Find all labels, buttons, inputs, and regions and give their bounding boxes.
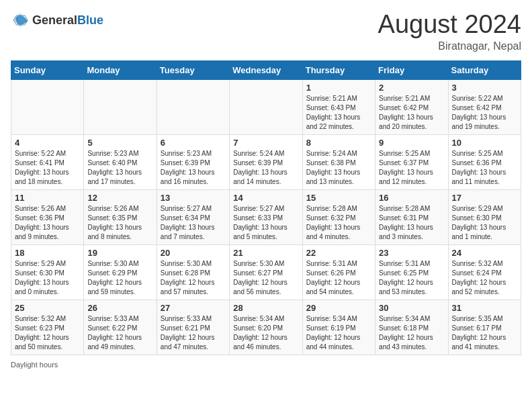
day-number: 12 <box>87 193 152 203</box>
day-info: Sunrise: 5:24 AM Sunset: 6:38 PM Dayligh… <box>306 149 371 187</box>
day-number: 8 <box>306 138 371 148</box>
day-info: Sunrise: 5:25 AM Sunset: 6:37 PM Dayligh… <box>379 149 444 187</box>
calendar-cell: 1Sunrise: 5:21 AM Sunset: 6:43 PM Daylig… <box>302 79 375 134</box>
day-number: 15 <box>306 193 371 203</box>
calendar-weekday-tuesday: Tuesday <box>157 60 229 79</box>
day-number: 11 <box>15 193 80 203</box>
footer: Daylight hours <box>11 361 521 369</box>
calendar-cell: 11Sunrise: 5:26 AM Sunset: 6:36 PM Dayli… <box>11 189 84 244</box>
day-number: 27 <box>161 303 226 313</box>
day-info: Sunrise: 5:29 AM Sunset: 6:30 PM Dayligh… <box>452 204 517 242</box>
calendar-header-row: SundayMondayTuesdayWednesdayThursdayFrid… <box>11 60 521 79</box>
day-info: Sunrise: 5:35 AM Sunset: 6:17 PM Dayligh… <box>452 314 517 352</box>
calendar-weekday-saturday: Saturday <box>448 60 521 79</box>
day-number: 22 <box>306 248 371 258</box>
day-number: 6 <box>161 138 226 148</box>
day-number: 9 <box>379 138 444 148</box>
calendar-cell: 17Sunrise: 5:29 AM Sunset: 6:30 PM Dayli… <box>448 189 521 244</box>
day-info: Sunrise: 5:28 AM Sunset: 6:32 PM Dayligh… <box>306 204 371 242</box>
page-header: GeneralBlue August 2024 Biratnagar, Nepa… <box>11 11 521 52</box>
day-number: 17 <box>452 193 517 203</box>
day-number: 4 <box>15 138 80 148</box>
calendar-cell: 8Sunrise: 5:24 AM Sunset: 6:38 PM Daylig… <box>302 134 375 189</box>
day-info: Sunrise: 5:21 AM Sunset: 6:42 PM Dayligh… <box>379 94 444 132</box>
day-number: 28 <box>233 303 298 313</box>
calendar-table: SundayMondayTuesdayWednesdayThursdayFrid… <box>11 60 521 355</box>
day-number: 29 <box>306 303 371 313</box>
calendar-cell: 16Sunrise: 5:28 AM Sunset: 6:31 PM Dayli… <box>375 189 448 244</box>
calendar-cell: 12Sunrise: 5:26 AM Sunset: 6:35 PM Dayli… <box>84 189 157 244</box>
day-info: Sunrise: 5:34 AM Sunset: 6:19 PM Dayligh… <box>306 314 371 352</box>
calendar-weekday-thursday: Thursday <box>302 60 375 79</box>
day-info: Sunrise: 5:26 AM Sunset: 6:35 PM Dayligh… <box>87 204 152 242</box>
day-info: Sunrise: 5:27 AM Sunset: 6:34 PM Dayligh… <box>161 204 226 242</box>
calendar-weekday-wednesday: Wednesday <box>230 60 302 79</box>
calendar-cell: 26Sunrise: 5:33 AM Sunset: 6:22 PM Dayli… <box>84 300 157 355</box>
calendar-cell: 2Sunrise: 5:21 AM Sunset: 6:42 PM Daylig… <box>375 79 448 134</box>
day-info: Sunrise: 5:24 AM Sunset: 6:39 PM Dayligh… <box>233 149 298 187</box>
day-number: 24 <box>452 248 517 258</box>
day-number: 26 <box>87 303 152 313</box>
day-number: 5 <box>87 138 152 148</box>
calendar-cell: 29Sunrise: 5:34 AM Sunset: 6:19 PM Dayli… <box>302 300 375 355</box>
day-number: 1 <box>306 83 371 93</box>
day-number: 23 <box>379 248 444 258</box>
calendar-cell: 19Sunrise: 5:30 AM Sunset: 6:29 PM Dayli… <box>84 244 157 300</box>
day-number: 30 <box>379 303 444 313</box>
day-info: Sunrise: 5:30 AM Sunset: 6:27 PM Dayligh… <box>233 259 298 297</box>
day-number: 20 <box>161 248 226 258</box>
calendar-cell: 24Sunrise: 5:32 AM Sunset: 6:24 PM Dayli… <box>448 244 521 300</box>
day-info: Sunrise: 5:30 AM Sunset: 6:29 PM Dayligh… <box>87 259 152 297</box>
calendar-weekday-friday: Friday <box>375 60 448 79</box>
logo-text: GeneralBlue <box>32 13 103 28</box>
calendar-cell: 21Sunrise: 5:30 AM Sunset: 6:27 PM Dayli… <box>230 244 302 300</box>
calendar-cell: 22Sunrise: 5:31 AM Sunset: 6:26 PM Dayli… <box>302 244 375 300</box>
calendar-cell: 6Sunrise: 5:23 AM Sunset: 6:39 PM Daylig… <box>157 134 229 189</box>
calendar-weekday-monday: Monday <box>84 60 157 79</box>
day-number: 2 <box>379 83 444 93</box>
calendar-cell <box>84 79 157 134</box>
day-info: Sunrise: 5:33 AM Sunset: 6:21 PM Dayligh… <box>161 314 226 352</box>
calendar-cell <box>230 79 302 134</box>
calendar-cell: 4Sunrise: 5:22 AM Sunset: 6:41 PM Daylig… <box>11 134 84 189</box>
day-info: Sunrise: 5:31 AM Sunset: 6:26 PM Dayligh… <box>306 259 371 297</box>
calendar-cell: 25Sunrise: 5:32 AM Sunset: 6:23 PM Dayli… <box>11 300 84 355</box>
day-info: Sunrise: 5:33 AM Sunset: 6:22 PM Dayligh… <box>87 314 152 352</box>
month-year-title: August 2024 <box>378 11 521 39</box>
calendar-cell: 20Sunrise: 5:30 AM Sunset: 6:28 PM Dayli… <box>157 244 229 300</box>
calendar-week-row: 11Sunrise: 5:26 AM Sunset: 6:36 PM Dayli… <box>11 189 521 244</box>
day-info: Sunrise: 5:22 AM Sunset: 6:41 PM Dayligh… <box>15 149 80 187</box>
day-number: 25 <box>15 303 80 313</box>
day-info: Sunrise: 5:21 AM Sunset: 6:43 PM Dayligh… <box>306 94 371 132</box>
calendar-cell: 10Sunrise: 5:25 AM Sunset: 6:36 PM Dayli… <box>448 134 521 189</box>
calendar-week-row: 18Sunrise: 5:29 AM Sunset: 6:30 PM Dayli… <box>11 244 521 300</box>
day-info: Sunrise: 5:23 AM Sunset: 6:39 PM Dayligh… <box>161 149 226 187</box>
calendar-cell: 23Sunrise: 5:31 AM Sunset: 6:25 PM Dayli… <box>375 244 448 300</box>
day-info: Sunrise: 5:23 AM Sunset: 6:40 PM Dayligh… <box>87 149 152 187</box>
day-number: 14 <box>233 193 298 203</box>
calendar-cell: 5Sunrise: 5:23 AM Sunset: 6:40 PM Daylig… <box>84 134 157 189</box>
calendar-cell: 30Sunrise: 5:34 AM Sunset: 6:18 PM Dayli… <box>375 300 448 355</box>
day-info: Sunrise: 5:25 AM Sunset: 6:36 PM Dayligh… <box>452 149 517 187</box>
logo: GeneralBlue <box>11 11 103 30</box>
calendar-cell: 7Sunrise: 5:24 AM Sunset: 6:39 PM Daylig… <box>230 134 302 189</box>
calendar-cell: 15Sunrise: 5:28 AM Sunset: 6:32 PM Dayli… <box>302 189 375 244</box>
day-number: 13 <box>161 193 226 203</box>
calendar-weekday-sunday: Sunday <box>11 60 84 79</box>
day-info: Sunrise: 5:27 AM Sunset: 6:33 PM Dayligh… <box>233 204 298 242</box>
location-subtitle: Biratnagar, Nepal <box>378 40 521 52</box>
calendar-cell: 31Sunrise: 5:35 AM Sunset: 6:17 PM Dayli… <box>448 300 521 355</box>
day-info: Sunrise: 5:34 AM Sunset: 6:18 PM Dayligh… <box>379 314 444 352</box>
calendar-cell: 13Sunrise: 5:27 AM Sunset: 6:34 PM Dayli… <box>157 189 229 244</box>
calendar-week-row: 1Sunrise: 5:21 AM Sunset: 6:43 PM Daylig… <box>11 79 521 134</box>
footer-label: Daylight hours <box>11 361 58 369</box>
day-info: Sunrise: 5:31 AM Sunset: 6:25 PM Dayligh… <box>379 259 444 297</box>
day-info: Sunrise: 5:29 AM Sunset: 6:30 PM Dayligh… <box>15 259 80 297</box>
calendar-cell: 3Sunrise: 5:22 AM Sunset: 6:42 PM Daylig… <box>448 79 521 134</box>
calendar-cell: 14Sunrise: 5:27 AM Sunset: 6:33 PM Dayli… <box>230 189 302 244</box>
day-number: 3 <box>452 83 517 93</box>
day-number: 7 <box>233 138 298 148</box>
calendar-week-row: 25Sunrise: 5:32 AM Sunset: 6:23 PM Dayli… <box>11 300 521 355</box>
day-info: Sunrise: 5:32 AM Sunset: 6:24 PM Dayligh… <box>452 259 517 297</box>
day-number: 18 <box>15 248 80 258</box>
